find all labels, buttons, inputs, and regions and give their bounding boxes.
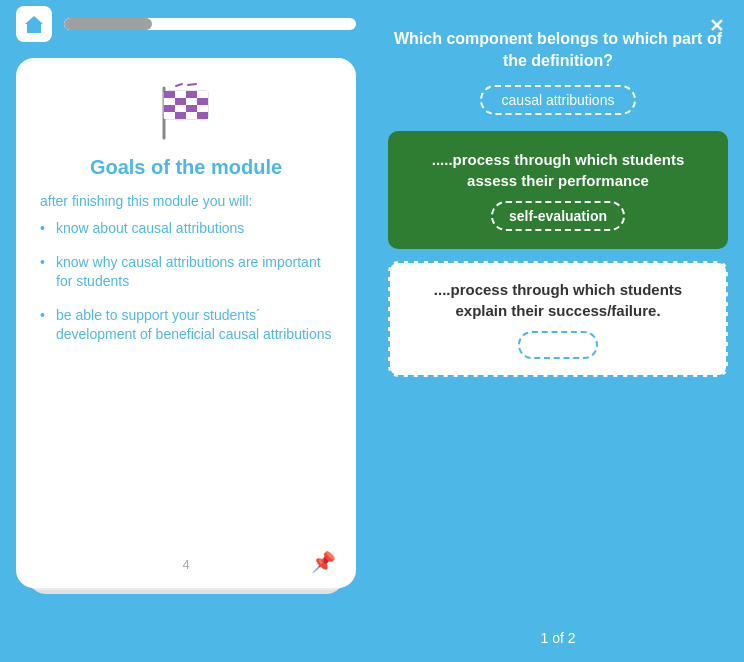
card-page-number: 4 xyxy=(182,557,189,572)
svg-rect-6 xyxy=(186,91,197,98)
svg-rect-12 xyxy=(164,105,175,112)
progress-fill xyxy=(64,18,152,30)
progress-bar xyxy=(64,18,356,30)
svg-rect-11 xyxy=(197,98,208,105)
answer-card-correct-text: .....process through which students asse… xyxy=(406,149,710,191)
answer-card-correct[interactable]: .....process through which students asse… xyxy=(388,131,728,249)
term-badge: causal attributions xyxy=(480,85,637,115)
svg-rect-10 xyxy=(186,98,197,105)
pagination: 1 of 2 xyxy=(540,630,575,646)
flag-icon xyxy=(146,83,226,143)
svg-line-21 xyxy=(188,84,196,85)
svg-rect-13 xyxy=(175,105,186,112)
top-bar xyxy=(0,0,372,48)
pin-icon: 📌 xyxy=(311,550,336,574)
svg-rect-17 xyxy=(175,112,186,119)
answer-card-neutral-text: ....process through which students expla… xyxy=(406,279,710,321)
card-stack: Goals of the module after finishing this… xyxy=(16,58,356,662)
answer-correct-sub-badge: self-evaluation xyxy=(491,201,625,231)
card-title: Goals of the module xyxy=(90,156,282,179)
svg-rect-1 xyxy=(31,27,37,33)
card-main: Goals of the module after finishing this… xyxy=(16,58,356,588)
home-button[interactable] xyxy=(16,6,52,42)
answer-card-neutral[interactable]: ....process through which students expla… xyxy=(388,261,728,377)
close-button[interactable]: ✕ xyxy=(702,12,730,40)
svg-rect-14 xyxy=(186,105,197,112)
right-panel: ✕ Which component belongs to which part … xyxy=(372,0,744,662)
card-list: know about causal attributions know why … xyxy=(40,219,332,359)
question-text: Which component belongs to which part of… xyxy=(388,20,728,73)
list-item: be able to support your students´ develo… xyxy=(40,306,332,345)
answer-neutral-sub-badge xyxy=(518,331,598,359)
svg-line-20 xyxy=(176,84,182,86)
left-panel: Goals of the module after finishing this… xyxy=(0,0,372,662)
svg-rect-19 xyxy=(197,112,208,119)
svg-rect-4 xyxy=(164,91,175,98)
svg-rect-7 xyxy=(197,91,208,98)
svg-rect-15 xyxy=(197,105,208,112)
svg-rect-16 xyxy=(164,112,175,119)
card-subtitle: after finishing this module you will: xyxy=(40,193,332,209)
home-icon xyxy=(23,14,45,34)
svg-rect-18 xyxy=(186,112,197,119)
svg-rect-9 xyxy=(175,98,186,105)
list-item: know why causal attributions are importa… xyxy=(40,253,332,292)
card-image xyxy=(146,78,226,148)
list-item: know about causal attributions xyxy=(40,219,332,239)
svg-rect-8 xyxy=(164,98,175,105)
svg-rect-5 xyxy=(175,91,186,98)
